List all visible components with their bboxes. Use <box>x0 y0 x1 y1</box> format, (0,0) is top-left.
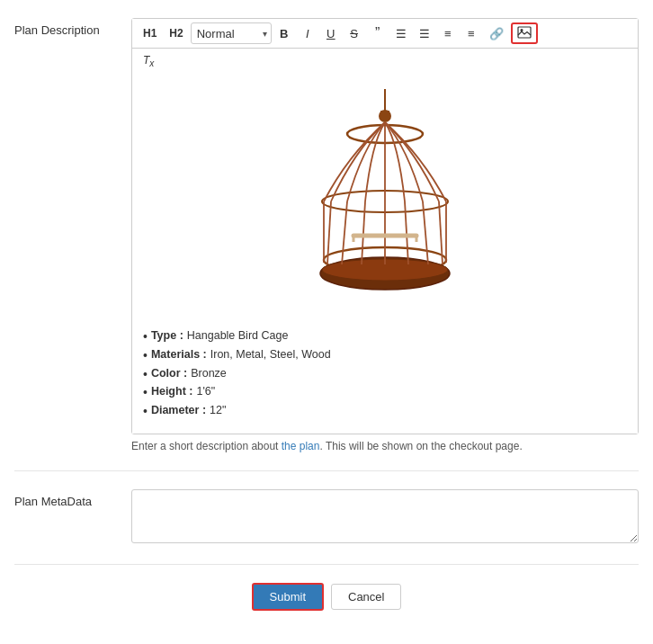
underline-icon: U <box>326 27 335 40</box>
plan-description-content: H1 H2 Normal Heading 1 Heading 2 Heading… <box>131 18 639 452</box>
align-left-icon: ≡ <box>444 27 452 40</box>
field-hint: Enter a short description about the plan… <box>131 440 639 452</box>
format-select[interactable]: Normal Heading 1 Heading 2 Heading 3 <box>191 22 272 44</box>
italic-button[interactable]: I <box>297 22 318 44</box>
editor-body[interactable]: Type : Hangable Bird Cage Materials : Ir… <box>132 74 638 434</box>
strikethrough-button[interactable]: S <box>344 22 365 44</box>
underline-button[interactable]: U <box>320 22 342 44</box>
cancel-button[interactable]: Cancel <box>331 584 401 610</box>
ordered-list-button[interactable]: ☰ <box>390 22 412 44</box>
svg-point-4 <box>379 110 391 122</box>
cage-image-container <box>143 85 627 318</box>
h1-button[interactable]: H1 <box>138 22 162 44</box>
form-actions: Submit Cancel <box>14 583 639 629</box>
detail-color: Color : Bronze <box>143 367 627 382</box>
toolbar-row1: H1 H2 Normal Heading 1 Heading 2 Heading… <box>132 19 638 49</box>
strikethrough-icon: S <box>350 27 358 40</box>
image-icon <box>517 26 532 41</box>
plan-metadata-row: Plan MetaData <box>14 489 639 546</box>
link-button[interactable]: 🔗 <box>484 22 509 44</box>
svg-line-12 <box>342 201 347 264</box>
plan-description-label: Plan Description <box>14 18 131 37</box>
toolbar-row2: Tx <box>132 49 638 74</box>
plan-metadata-input[interactable] <box>131 489 639 543</box>
align-left-button[interactable]: ≡ <box>437 22 459 44</box>
unordered-list-button[interactable]: ☰ <box>414 22 435 44</box>
format-select-wrapper: Normal Heading 1 Heading 2 Heading 3 ▾ <box>191 22 272 44</box>
unordered-list-icon: ☰ <box>419 27 430 40</box>
hint-link: the plan <box>282 440 320 452</box>
divider2 <box>14 564 639 565</box>
detail-type: Type : Hangable Bird Cage <box>143 329 627 344</box>
quote-button[interactable]: ” <box>367 22 389 44</box>
ordered-list-icon: ☰ <box>396 27 407 40</box>
plan-metadata-label: Plan MetaData <box>14 489 131 508</box>
h2-button[interactable]: H2 <box>164 22 188 44</box>
detail-materials: Materials : Iron, Metal, Steel, Wood <box>143 348 627 363</box>
product-details-list: Type : Hangable Bird Cage Materials : Ir… <box>143 329 627 419</box>
align-right-icon: ≡ <box>468 27 475 40</box>
plan-description-row: Plan Description H1 H2 Normal Heading 1 … <box>14 18 639 452</box>
divider <box>14 470 639 471</box>
clear-format-icon: Tx <box>143 54 154 68</box>
detail-height: Height : 1'6" <box>143 385 627 400</box>
detail-diameter: Diameter : 12" <box>143 404 627 419</box>
plan-metadata-content <box>131 489 639 546</box>
bold-icon: B <box>280 27 288 40</box>
image-button[interactable] <box>511 22 538 44</box>
cage-image <box>304 85 466 318</box>
italic-icon: I <box>306 27 309 40</box>
bold-button[interactable]: B <box>273 22 295 44</box>
rich-text-editor: H1 H2 Normal Heading 1 Heading 2 Heading… <box>131 18 639 434</box>
clear-format-button[interactable]: Tx <box>138 50 159 72</box>
link-icon: 🔗 <box>489 27 504 40</box>
submit-button[interactable]: Submit <box>252 583 324 611</box>
quote-icon: ” <box>375 25 380 41</box>
svg-rect-0 <box>518 27 531 38</box>
align-right-button[interactable]: ≡ <box>461 22 482 44</box>
svg-line-16 <box>423 201 428 264</box>
